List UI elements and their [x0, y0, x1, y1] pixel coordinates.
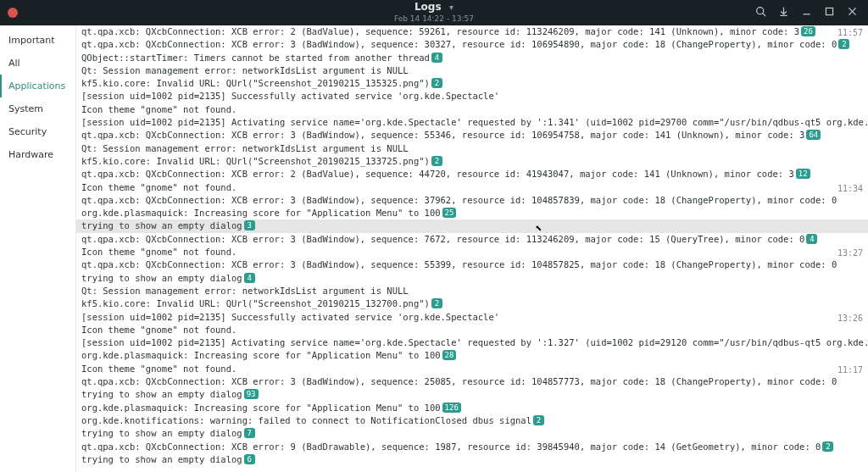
count-badge: 28	[442, 350, 457, 360]
log-line[interactable]: [session uid=1002 pid=2135] Activating s…	[76, 116, 868, 129]
log-line[interactable]: qt.qpa.xcb: QXcbConnection: XCB error: 2…	[76, 168, 868, 180]
log-text: Icon theme "gnome" not found.	[81, 104, 236, 114]
maximize-icon[interactable]	[824, 6, 835, 19]
count-badge: 2	[533, 415, 544, 425]
log-line[interactable]: qt.qpa.xcb: QXcbConnection: XCB error: 3…	[76, 375, 868, 388]
count-badge: 2	[822, 441, 833, 452]
log-line[interactable]: kf5.kio.core: Invalid URL: QUrl("Screens…	[76, 297, 868, 310]
log-line[interactable]: trying to show an empty dialog3	[76, 219, 868, 232]
log-text: qt.qpa.xcb: QXcbConnection: XCB error: 2…	[81, 169, 794, 179]
log-line[interactable]: kf5.kio.core: Invalid URL: QUrl("Screens…	[76, 77, 868, 90]
close-icon[interactable]	[847, 6, 858, 19]
log-line[interactable]: org.kde.knotifications: warning: failed …	[76, 414, 868, 427]
sidebar: ImportantAllApplicationsSystemSecurityHa…	[0, 25, 76, 472]
log-text: [session uid=1002 pid=2135] Activating s…	[81, 337, 868, 347]
log-line[interactable]: Qt: Session management error: networkIds…	[76, 64, 868, 77]
sidebar-item-important[interactable]: Important	[0, 29, 75, 52]
log-text: kf5.kio.core: Invalid URL: QUrl("Screens…	[81, 156, 430, 166]
sidebar-item-label: System	[8, 103, 43, 114]
log-line[interactable]: org.kde.plasmaquick: Increasing score fo…	[76, 349, 868, 362]
log-text: trying to show an empty dialog	[81, 428, 242, 438]
sidebar-item-label: Hardware	[8, 149, 53, 160]
sidebar-item-label: Security	[8, 126, 47, 137]
sidebar-item-applications[interactable]: Applications	[0, 75, 75, 97]
log-text: qt.qpa.xcb: QXcbConnection: XCB error: 3…	[81, 376, 837, 386]
log-text: qt.qpa.xcb: QXcbConnection: XCB error: 2…	[81, 26, 799, 36]
count-badge: 4	[244, 273, 255, 283]
log-line[interactable]: qt.qpa.xcb: QXcbConnection: XCB error: 3…	[76, 129, 868, 142]
log-text: qt.qpa.xcb: QXcbConnection: XCB error: 3…	[81, 130, 804, 140]
log-line[interactable]: qt.qpa.xcb: QXcbConnection: XCB error: 3…	[76, 194, 868, 207]
log-text: org.kde.plasmaquick: Increasing score fo…	[81, 208, 441, 218]
sidebar-item-system[interactable]: System	[0, 97, 75, 120]
title-bar: Logs Feb 14 14:22 - 13:57	[0, 0, 868, 25]
count-badge: 6	[244, 454, 255, 464]
log-line[interactable]: trying to show an empty dialog93	[76, 388, 868, 401]
sidebar-item-all[interactable]: All	[0, 52, 75, 75]
timestamp: 11:57	[837, 26, 863, 39]
log-text: Icon theme "gnome" not found.	[81, 247, 236, 257]
log-line[interactable]: Icon theme "gnome" not found.	[76, 324, 868, 336]
log-line[interactable]: org.kde.plasmaquick: Increasing score fo…	[76, 402, 868, 414]
log-line[interactable]: qt.qpa.xcb: QXcbConnection: XCB error: 2…	[76, 25, 868, 38]
log-text: qt.qpa.xcb: QXcbConnection: XCB error: 3…	[81, 195, 837, 205]
log-line[interactable]: qt.qpa.xcb: QXcbConnection: XCB error: 9…	[76, 441, 868, 453]
log-text: [session uid=1002 pid=2135] Successfully…	[81, 312, 499, 322]
log-line[interactable]: trying to show an empty dialog7	[76, 427, 868, 440]
log-text: [session uid=1002 pid=2135] Successfully…	[81, 91, 499, 101]
log-line[interactable]: QObject::startTimer: Timers cannot be st…	[76, 52, 868, 64]
export-icon[interactable]	[778, 6, 789, 19]
title-center[interactable]: Logs Feb 14 14:22 - 13:57	[394, 2, 474, 25]
app-title: Logs	[415, 1, 442, 13]
count-badge: 93	[244, 389, 259, 399]
log-text: Qt: Session management error: networkIds…	[81, 286, 409, 296]
log-text: Qt: Session management error: networkIds…	[81, 65, 409, 75]
log-text: kf5.kio.core: Invalid URL: QUrl("Screens…	[81, 298, 430, 308]
log-line[interactable]: [session uid=1002 pid=2135] Activating s…	[76, 336, 868, 349]
sidebar-item-security[interactable]: Security	[0, 120, 75, 143]
search-icon[interactable]	[755, 6, 766, 19]
log-line[interactable]: kf5.kio.core: Invalid URL: QUrl("Screens…	[76, 155, 868, 168]
timestamp: 11:34	[837, 182, 863, 195]
log-line[interactable]: trying to show an empty dialog6	[76, 453, 868, 466]
log-line[interactable]: qt.qpa.xcb: QXcbConnection: XCB error: 3…	[76, 38, 868, 51]
minimize-icon[interactable]	[801, 6, 812, 19]
log-line[interactable]: Icon theme "gnome" not found.	[76, 246, 868, 258]
log-line[interactable]: Icon theme "gnome" not found.	[76, 363, 868, 375]
log-text: org.kde.plasmaquick: Increasing score fo…	[81, 403, 441, 413]
app-subtitle: Feb 14 14:22 - 13:57	[394, 14, 474, 23]
log-line[interactable]: trying to show an empty dialog4	[76, 272, 868, 285]
log-line[interactable]: Icon theme "gnome" not found.	[76, 181, 868, 194]
log-line[interactable]: Qt: Session management error: networkIds…	[76, 285, 868, 297]
count-badge: 4	[431, 53, 442, 63]
count-badge: 26	[801, 26, 815, 36]
sidebar-item-hardware[interactable]: Hardware	[0, 143, 75, 166]
count-badge: 2	[838, 39, 849, 49]
count-badge: 7	[244, 428, 255, 438]
count-badge: 4	[806, 234, 817, 244]
count-badge: 64	[806, 130, 821, 140]
svg-point-0	[757, 8, 764, 14]
log-text: trying to show an empty dialog	[81, 273, 242, 283]
log-line[interactable]: qt.qpa.xcb: QXcbConnection: XCB error: 3…	[76, 233, 868, 246]
chevron-down-icon	[444, 2, 453, 13]
log-line[interactable]: qt.qpa.xcb: QXcbConnection: XCB error: 3…	[76, 258, 868, 271]
log-line[interactable]: Qt: Session management error: networkIds…	[76, 142, 868, 155]
log-text: trying to show an empty dialog	[81, 389, 242, 399]
log-text: qt.qpa.xcb: QXcbConnection: XCB error: 9…	[81, 441, 821, 452]
log-pane[interactable]: qt.qpa.xcb: QXcbConnection: XCB error: 2…	[76, 25, 868, 472]
sidebar-item-label: All	[8, 58, 20, 69]
log-line[interactable]: [session uid=1002 pid=2135] Successfully…	[76, 90, 868, 103]
log-text: Icon theme "gnome" not found.	[81, 325, 236, 335]
window-menu[interactable]	[0, 8, 25, 18]
log-line[interactable]: Icon theme "gnome" not found.	[76, 103, 868, 116]
log-text: Icon theme "gnome" not found.	[81, 182, 236, 192]
log-text: [session uid=1002 pid=2135] Activating s…	[81, 117, 868, 127]
log-line[interactable]: [session uid=1002 pid=2135] Successfully…	[76, 311, 868, 324]
log-text: org.kde.knotifications: warning: failed …	[81, 415, 531, 425]
log-line[interactable]: org.kde.plasmaquick: Increasing score fo…	[76, 207, 868, 219]
count-badge: 12	[796, 169, 810, 179]
log-text: QObject::startTimer: Timers cannot be st…	[81, 53, 430, 63]
svg-line-1	[763, 14, 765, 16]
svg-rect-5	[826, 8, 832, 14]
